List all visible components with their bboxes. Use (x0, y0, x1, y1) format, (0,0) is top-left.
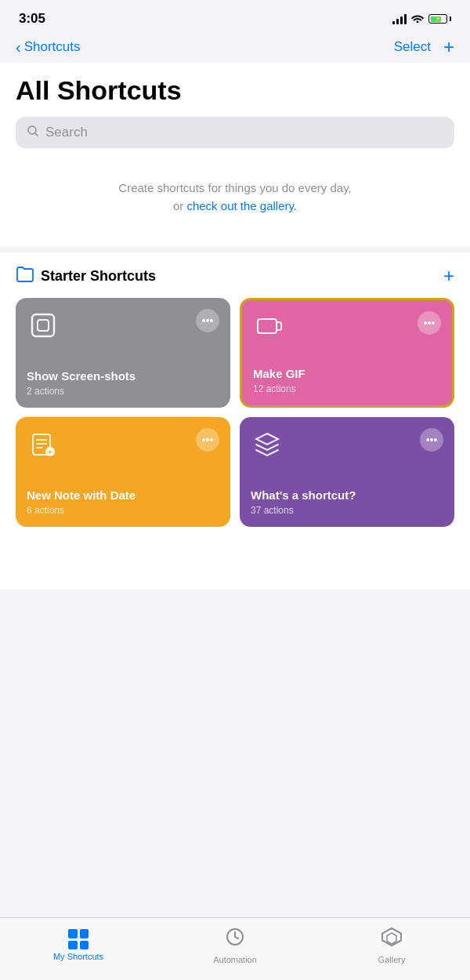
tab-label-automation: Automation (213, 955, 257, 964)
tab-gallery[interactable]: Gallery (313, 926, 470, 964)
svg-rect-4 (277, 322, 281, 330)
shortcut-title: Make GIF (253, 367, 441, 381)
automation-icon (224, 926, 246, 953)
ellipsis-icon: ••• (426, 434, 438, 445)
card-menu-button[interactable]: ••• (418, 311, 441, 335)
svg-rect-2 (38, 320, 49, 331)
status-icons: ⚡ (392, 13, 451, 25)
gif-icon (253, 311, 286, 344)
shortcut-card-make-gif[interactable]: ••• Make GIF 12 actions (240, 298, 454, 408)
select-button[interactable]: Select (394, 39, 431, 55)
starter-shortcuts-section: Starter Shortcuts + ••• Show Screen-shot… (0, 252, 470, 543)
chevron-left-icon: ‹ (16, 38, 21, 56)
starter-section-header: Starter Shortcuts + (16, 265, 454, 287)
add-shortcut-button[interactable]: + (443, 38, 454, 56)
layers-icon (251, 428, 284, 461)
ellipsis-icon: ••• (202, 434, 214, 445)
status-time: 3:05 (19, 11, 45, 27)
gallery-icon (381, 926, 403, 953)
tab-label-gallery: Gallery (378, 955, 406, 964)
wifi-icon (411, 13, 424, 25)
nav-actions: Select + (394, 38, 454, 56)
empty-state-description: Create shortcuts for things you do every… (24, 180, 446, 215)
ellipsis-icon: ••• (202, 315, 214, 326)
shortcut-title: Show Screen-shots (27, 369, 219, 383)
back-button[interactable]: ‹ Shortcuts (16, 38, 80, 56)
ellipsis-icon: ••• (424, 318, 436, 328)
nav-bar: ‹ Shortcuts Select + (0, 34, 470, 63)
svg-text:+: + (48, 448, 52, 456)
shortcut-card-whats-a-shortcut[interactable]: ••• What's a shortcut? 37 actions (240, 417, 454, 527)
empty-state: Create shortcuts for things you do every… (0, 148, 470, 246)
shortcut-title: What's a shortcut? (251, 488, 443, 503)
page-title: All Shortcuts (16, 75, 454, 106)
tab-bar: My Shortcuts Automation Gallery (0, 917, 470, 980)
svg-rect-3 (258, 319, 277, 333)
card-menu-button[interactable]: ••• (196, 309, 219, 332)
gallery-link[interactable]: check out the gallery. (186, 199, 297, 212)
section-divider (0, 246, 470, 252)
screenshot-icon (27, 309, 60, 342)
signal-icon (392, 13, 407, 24)
search-bar[interactable]: Search (16, 117, 454, 148)
bottom-spacer (0, 543, 470, 590)
shortcut-card-new-note[interactable]: + ••• New Note with Date 6 actions (16, 417, 230, 527)
shortcuts-grid: ••• Show Screen-shots 2 actions ••• (16, 298, 454, 527)
my-shortcuts-icon (68, 929, 89, 949)
shortcut-card-show-screenshots[interactable]: ••• Show Screen-shots 2 actions (16, 298, 230, 408)
search-icon (27, 125, 39, 140)
tab-automation[interactable]: Automation (157, 926, 313, 964)
main-content: All Shortcuts Search (0, 63, 470, 148)
status-bar: 3:05 ⚡ (0, 0, 470, 34)
tab-my-shortcuts[interactable]: My Shortcuts (0, 929, 157, 961)
back-label: Shortcuts (24, 39, 81, 55)
add-to-starter-button[interactable]: + (443, 265, 454, 287)
card-menu-button[interactable]: ••• (420, 428, 443, 452)
search-placeholder: Search (45, 125, 88, 140)
folder-icon (16, 267, 34, 286)
svg-rect-1 (32, 314, 54, 336)
note-icon: + (27, 428, 60, 461)
card-menu-button[interactable]: ••• (196, 428, 219, 452)
starter-section-title: Starter Shortcuts (41, 268, 156, 285)
shortcut-actions-count: 2 actions (27, 386, 219, 397)
battery-icon: ⚡ (428, 14, 451, 24)
shortcut-actions-count: 12 actions (253, 383, 441, 394)
shortcut-title: New Note with Date (27, 488, 219, 503)
shortcut-actions-count: 6 actions (27, 505, 219, 516)
tab-label-my-shortcuts: My Shortcuts (53, 952, 103, 961)
shortcut-actions-count: 37 actions (251, 505, 443, 516)
